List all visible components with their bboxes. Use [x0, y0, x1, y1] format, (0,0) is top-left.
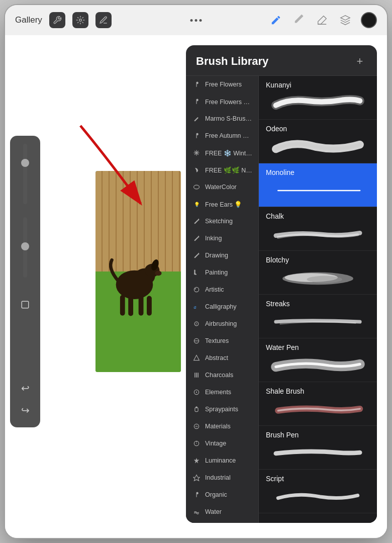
- brush-item-brush-pen[interactable]: Brush Pen: [259, 426, 377, 470]
- category-label-free-winter: FREE ❄️ Winter N...: [205, 149, 252, 157]
- category-label-free-ears: Free Ears 💡: [205, 201, 242, 208]
- color-picker[interactable]: [361, 12, 377, 28]
- category-icon-free-ears: 💡: [192, 200, 201, 209]
- category-label-water: Water: [205, 508, 222, 515]
- category-item-airbrushing[interactable]: Airbrushing: [186, 315, 258, 332]
- brush-item-odeon[interactable]: Odeon: [259, 120, 377, 163]
- brush-item-shale-brush[interactable]: Shale Brush: [259, 382, 377, 426]
- brush-item-kunanyi[interactable]: Kunanyi: [259, 76, 377, 120]
- brush-item-streaks[interactable]: Streaks: [259, 295, 377, 338]
- brush-library-title: Brush Library: [196, 55, 268, 68]
- brush-name-odeon: Odeon: [266, 125, 370, 133]
- category-label-industrial: Industrial: [205, 474, 231, 481]
- category-icon-vintage: [192, 439, 201, 448]
- category-item-drawing[interactable]: Drawing: [186, 247, 258, 264]
- svg-rect-11: [22, 301, 29, 308]
- category-label-watercolor: WaterColor: [205, 184, 237, 191]
- category-item-marmo[interactable]: Marmo S-Brush Pack: [186, 110, 258, 127]
- gallery-label[interactable]: Gallery: [15, 15, 42, 25]
- svg-rect-6: [139, 295, 144, 316]
- smudge-tool-icon[interactable]: [291, 13, 307, 28]
- category-item-organic[interactable]: Organic: [186, 486, 258, 503]
- top-bar-left: Gallery: [15, 12, 112, 28]
- category-item-charcoals[interactable]: Charcoals: [186, 367, 258, 384]
- category-item-free-ears[interactable]: 💡Free Ears 💡: [186, 196, 258, 213]
- brush-name-kunanyi: Kunanyi: [266, 81, 370, 89]
- brush-preview-streaks: [266, 311, 370, 333]
- category-item-watercolor[interactable]: WaterColor: [186, 178, 258, 196]
- category-item-textures[interactable]: Textures: [186, 332, 258, 349]
- wrench-icon[interactable]: [49, 12, 65, 28]
- category-label-airbrushing: Airbrushing: [205, 320, 237, 327]
- opacity-slider[interactable]: [23, 217, 27, 278]
- category-icon-artistic: [192, 285, 201, 294]
- add-brush-button[interactable]: +: [353, 54, 367, 68]
- brush-name-chalk: Chalk: [266, 212, 370, 220]
- brush-item-script[interactable]: Script: [259, 470, 377, 513]
- brush-name-brush-pen: Brush Pen: [266, 431, 370, 439]
- svg-point-9: [155, 271, 161, 276]
- top-bar-right: [268, 12, 377, 28]
- category-item-free-nature[interactable]: FREE 🌿🌿 Nature: [186, 161, 258, 178]
- brush-name-monoline: Monoline: [266, 168, 370, 176]
- eraser-tool-icon[interactable]: [315, 13, 330, 28]
- category-label-painting: Painting: [205, 269, 228, 276]
- category-icon-free-nature: [192, 165, 201, 174]
- redo-button[interactable]: ↪: [16, 401, 34, 419]
- size-slider[interactable]: [23, 144, 27, 204]
- brush-item-monoline[interactable]: Monoline: [259, 163, 377, 207]
- layers-icon[interactable]: [338, 13, 353, 28]
- brush-item-water-pen[interactable]: Water Pen: [259, 338, 377, 382]
- category-icon-airbrushing: [192, 319, 201, 328]
- category-item-industrial[interactable]: Industrial: [186, 469, 258, 486]
- brush-name-water-pen: Water Pen: [266, 343, 370, 351]
- square-icon[interactable]: [16, 296, 34, 314]
- brush-item-chalk[interactable]: Chalk: [259, 207, 377, 251]
- category-icon-free-flowers: [192, 80, 201, 89]
- category-item-spraypaints[interactable]: Spraypaints: [186, 401, 258, 418]
- category-item-imported[interactable]: Imported: [186, 520, 258, 523]
- category-item-luminance[interactable]: Luminance: [186, 452, 258, 469]
- brush-item-blotchy[interactable]: Blotchy: [259, 251, 377, 295]
- brush-preview-kunanyi: [266, 92, 370, 114]
- category-item-vintage[interactable]: Vintage: [186, 435, 258, 452]
- category-item-elements[interactable]: Elements: [186, 384, 258, 401]
- undo-button[interactable]: ↩: [16, 379, 34, 397]
- category-item-inking[interactable]: Inking: [186, 230, 258, 247]
- svg-rect-4: [120, 295, 125, 316]
- brush-preview-water-pen: [266, 354, 370, 377]
- category-item-water[interactable]: Water: [186, 503, 258, 520]
- category-item-free-flowers[interactable]: Free Flowers: [186, 76, 258, 93]
- category-item-abstract[interactable]: Abstract: [186, 349, 258, 367]
- category-list: Free FlowersFree Flowers 🌸 V.2Marmo S-Br…: [186, 76, 259, 523]
- smudge-icon[interactable]: [95, 12, 112, 28]
- category-label-elements: Elements: [205, 389, 231, 396]
- category-item-sketching[interactable]: Sketching: [186, 213, 258, 230]
- category-icon-organic: [192, 490, 201, 499]
- category-icon-elements: [192, 388, 201, 397]
- category-item-free-flowers-v2[interactable]: Free Flowers 🌸 V.2: [186, 93, 258, 110]
- category-item-free-autumn[interactable]: Free Autumn Brushes...: [186, 127, 258, 144]
- brush-name-blotchy: Blotchy: [266, 256, 370, 264]
- category-item-painting[interactable]: Painting: [186, 264, 258, 281]
- category-item-materials[interactable]: Materials: [186, 418, 258, 435]
- brush-tool-icon[interactable]: [268, 13, 283, 28]
- category-label-organic: Organic: [205, 491, 227, 498]
- svg-marker-29: [194, 355, 200, 360]
- dog-silhouette: [98, 231, 171, 322]
- category-label-spraypaints: Spraypaints: [205, 406, 238, 413]
- category-label-materials: Materials: [205, 423, 231, 430]
- category-item-artistic[interactable]: Artistic: [186, 281, 258, 298]
- svg-marker-42: [193, 475, 200, 481]
- category-icon-spraypaints: [192, 405, 201, 414]
- category-item-free-winter[interactable]: FREE ❄️ Winter N...: [186, 144, 258, 161]
- category-label-free-flowers: Free Flowers: [205, 81, 242, 88]
- adjust-icon[interactable]: [72, 12, 88, 28]
- svg-rect-7: [147, 296, 152, 315]
- category-item-calligraphy[interactable]: aCalligraphy: [186, 298, 258, 315]
- category-label-free-nature: FREE 🌿🌿 Nature: [205, 166, 252, 174]
- svg-point-26: [195, 323, 197, 324]
- opacity-slider-thumb[interactable]: [21, 242, 29, 250]
- category-label-drawing: Drawing: [205, 252, 228, 259]
- size-slider-thumb[interactable]: [21, 159, 29, 167]
